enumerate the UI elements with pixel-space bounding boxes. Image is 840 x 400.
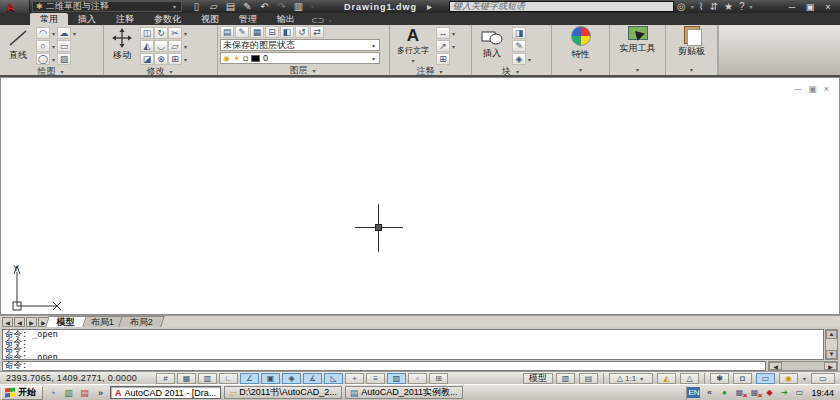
arc-icon[interactable]: ◠ [36,27,50,39]
line-button[interactable]: 直线 [2,26,34,65]
polyline-chevron-icon[interactable]: ▾ [71,30,78,37]
minimize-button[interactable]: ─ [786,2,798,12]
model-space-button[interactable]: 模型 [523,373,553,384]
otrack-toggle[interactable]: ∡ [303,373,322,384]
tab-parametric[interactable]: 参数化 [144,13,191,25]
help-search-input[interactable]: 键入关键字或短语 [449,1,674,12]
ribbon-minimize-control[interactable]: ⊂⊃ ▾ [311,16,333,25]
doc-close-button[interactable]: × [824,84,829,94]
tray-collapse-icon[interactable]: « [703,387,715,398]
layout-first-button[interactable]: ◀ [2,317,13,327]
panel-clipboard-label[interactable]: ▾ [666,64,717,75]
ellipse-chevron-icon[interactable]: ▾ [50,56,57,63]
search-icon[interactable]: ◎ [677,1,686,12]
panel-properties-label[interactable]: ▾ [552,64,609,75]
snap-toggle[interactable]: # [156,373,175,384]
clipboard-paste-icon[interactable] [684,26,700,44]
quicklaunch-icon-2[interactable]: ▥ [62,387,75,399]
print-icon[interactable]: ▥ [292,1,305,12]
doc-minimize-button[interactable]: ─ [795,84,801,94]
dimension-chevron-icon[interactable]: ▾ [450,30,457,37]
communication-icon[interactable]: ⇵ [710,1,718,12]
layer-sun-icon[interactable]: ☀ [233,54,240,63]
status-menu-chevron-icon[interactable]: ▾ [801,375,808,382]
redline-icon[interactable]: ✎ [241,1,254,12]
erase-icon[interactable]: ◪ [140,53,154,65]
isolate-objects-button[interactable]: ◉ [779,373,798,384]
taskbar-item-autocad[interactable]: A AutoCAD 2011 - [Dra... [110,386,221,399]
language-indicator[interactable]: EN [687,387,700,398]
block-chevron-icon[interactable]: ▾ [526,56,533,63]
selectioncycling-toggle[interactable]: ⊞ [429,373,448,384]
gridlines-toggle[interactable]: ▥ [198,373,217,384]
tray-display-icon[interactable]: ▭ [793,387,805,398]
mtext-chevron-icon[interactable]: ▾ [410,57,417,64]
layer-off-icon[interactable]: ◧ [280,26,294,38]
tray-shield-icon[interactable]: ◆ [763,387,775,398]
tab-annotate[interactable]: 注释 [106,13,144,25]
lineweight-toggle[interactable]: ≡ [366,373,385,384]
layer-dropdown[interactable]: ◉ ☀ ◘ 0 ▾ [220,52,380,64]
trim-icon[interactable]: ✂ [168,27,182,39]
trim-chevron-icon[interactable]: ▾ [182,30,189,37]
layer-state-dropdown[interactable]: 未保存的图层状态 ▾ [220,39,380,51]
insert-block-button[interactable]: 插入 [474,26,510,65]
ellipse-icon[interactable]: ◯ [36,53,50,65]
layer-match-icon[interactable]: ✎ [235,26,249,38]
mirror-icon[interactable]: ◭ [140,40,154,52]
block-create-icon[interactable]: ✎ [512,40,526,52]
stretch-icon[interactable]: ▱ [168,40,182,52]
dimension-icon[interactable]: ↔ [436,27,450,39]
quicklaunch-icon-1[interactable]: ◔ [46,387,59,399]
array-icon[interactable]: ⊞ [168,53,182,65]
doc-restore-button[interactable]: ▣ [808,84,817,94]
toolbar-lock-button[interactable]: ◘ [733,373,752,384]
panel-block-label[interactable]: 块▾ [472,66,551,77]
layer-walk-icon[interactable]: ⇄ [310,26,324,38]
tab-home[interactable]: 常用 [30,13,68,25]
qat-customize-chevron-icon[interactable]: ▾ [309,3,316,10]
layer-color-swatch[interactable] [251,55,260,62]
help-chevron-icon[interactable]: ▾ [748,3,755,10]
taskbar-item-document[interactable]: ▤ AutoCAD_2011实例教... [345,386,463,399]
ducs-toggle[interactable]: ◺ [324,373,343,384]
osnap3d-toggle[interactable]: ◈ [282,373,301,384]
circle-chevron-icon[interactable]: ▾ [50,43,57,50]
favorites-star-icon[interactable]: ★ [724,1,733,12]
new-file-icon[interactable]: ▯ [190,1,203,12]
quickproperties-toggle[interactable]: ▫ [408,373,427,384]
utilities-caption[interactable]: 实用工具 [620,42,656,55]
move-button[interactable]: 移动 [106,26,138,65]
fillet-icon[interactable]: ◡ [154,40,168,52]
properties-caption[interactable]: 特性 [572,48,590,61]
tab-insert[interactable]: 插入 [68,13,106,25]
rectangle-icon[interactable]: ▭ [57,40,71,52]
polar-toggle[interactable]: ∠ [240,373,259,384]
mtext-button[interactable]: A 多行文字 ▾ [392,26,434,65]
hatch-icon[interactable]: ▨ [57,53,71,65]
quicklaunch-more-icon[interactable]: » [94,387,107,399]
scroll-right-icon[interactable]: ▶ [824,362,837,370]
clean-screen-button[interactable]: ▭ [811,373,835,384]
close-button[interactable]: × [822,2,834,12]
panel-utilities-label[interactable]: ▾ [610,64,665,75]
annotation-scale-button[interactable]: △ 1:1 ▾ [609,373,653,384]
hardware-accel-button[interactable]: ▭ [756,373,775,384]
tray-update-icon[interactable]: ➔ [778,387,790,398]
scroll-up-icon[interactable]: ▲ [826,330,837,339]
restore-button[interactable]: ▣ [804,2,816,12]
search-chevron-icon[interactable]: ▾ [689,3,696,10]
panel-draw-label[interactable]: 绘图▾ [0,66,103,77]
tab-view[interactable]: 视图 [191,13,229,25]
drawing-canvas[interactable]: ─ ▣ × Y [0,77,840,315]
leader-chevron-icon[interactable]: ▾ [450,43,457,50]
layer-isolate-icon[interactable]: ▦ [250,26,264,38]
open-file-icon[interactable]: ▱ [207,1,220,12]
layout-prev-button[interactable]: ◀ [14,317,25,327]
tab-layout2[interactable]: 布局2 [118,316,165,327]
redo-icon[interactable]: ↷ [275,1,288,12]
grid-toggle[interactable]: ▦ [177,373,196,384]
save-icon[interactable]: ▤ [224,1,237,12]
tab-manage[interactable]: 管理 [229,13,267,25]
tray-network-icon-1[interactable]: ▦ [733,387,745,398]
